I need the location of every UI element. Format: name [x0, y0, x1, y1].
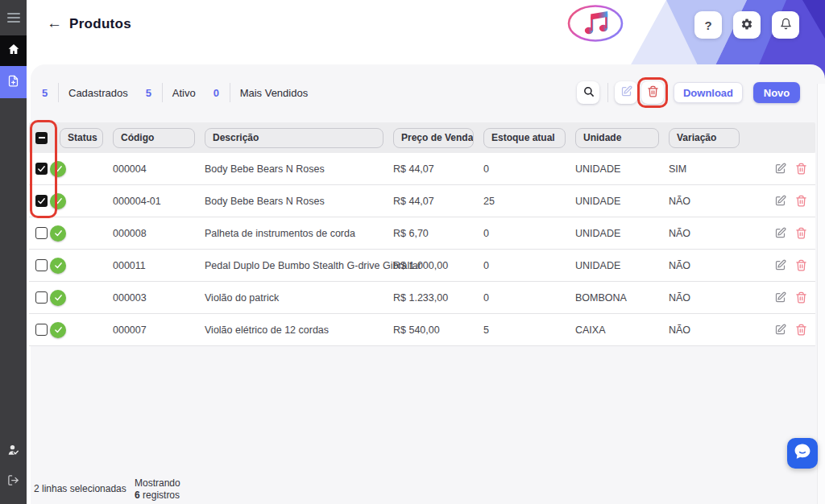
page-title: Produtos [69, 16, 131, 32]
cell-unidade: UNIDADE [575, 163, 669, 175]
cell-descricao: Body Bebe Bears N Roses [205, 196, 393, 207]
row-delete-icon[interactable] [795, 324, 807, 336]
cell-descricao: Body Bebe Bears N Roses [205, 163, 393, 175]
cell-preco: R$ 6,70 [393, 228, 483, 239]
records-count-unit: registros [143, 490, 180, 501]
vertical-scrollbar[interactable] [817, 84, 825, 504]
logout-icon [7, 474, 19, 490]
chat-widget-button[interactable] [787, 438, 818, 469]
tab-cadastrados[interactable]: 5 Cadastrados [42, 83, 128, 102]
settings-button[interactable] [733, 11, 761, 39]
cell-estoque: 0 [483, 260, 575, 271]
cell-unidade: UNIDADE [575, 260, 669, 271]
row-edit-icon[interactable] [774, 291, 786, 304]
cell-variacao: NÃO [669, 228, 749, 239]
tab-mais-vendidos[interactable]: 0 Mais Vendidos [214, 83, 309, 102]
tab-count: 0 [214, 87, 222, 99]
edit-icon [620, 85, 632, 101]
cell-preco: R$ 1.000,00 [393, 260, 483, 271]
table-row[interactable]: 000008 Palheta de instrumentos de corda … [29, 217, 815, 250]
tab-ativo[interactable]: 5 Ativo [146, 83, 196, 102]
column-filter-variacao[interactable]: Variação [669, 128, 740, 148]
sidebar [0, 0, 27, 504]
cell-descricao: Violão do patrick [205, 292, 393, 304]
row-edit-icon[interactable] [774, 227, 786, 239]
music-note-logo [566, 3, 625, 43]
table-row[interactable]: 000003 Violão do patrick R$ 1.233,00 0 B… [29, 282, 815, 314]
column-filter-codigo[interactable]: Código [113, 128, 195, 148]
notifications-button[interactable] [772, 11, 799, 39]
cell-unidade: UNIDADE [575, 196, 669, 207]
table-row[interactable]: 000007 Violão elétrico de 12 cordas R$ 5… [29, 314, 815, 346]
row-checkbox[interactable] [35, 259, 48, 271]
cell-descricao: Violão elétrico de 12 cordas [205, 324, 393, 336]
question-mark-icon: ? [704, 19, 711, 32]
chat-bubble-icon [792, 441, 813, 465]
search-button[interactable] [577, 81, 599, 104]
cell-codigo: 000004 [113, 163, 205, 175]
row-delete-icon[interactable] [795, 227, 807, 239]
edit-selected-button[interactable] [615, 81, 637, 104]
cell-codigo: 000008 [113, 228, 205, 239]
tab-label: Cadastrados [68, 87, 128, 99]
products-table: Status Código Descrição Preço de Venda E… [29, 122, 815, 346]
table-row[interactable]: 000004-01 Body Bebe Bears N Roses R$ 44,… [29, 185, 815, 217]
cell-estoque: 0 [483, 163, 575, 175]
records-count: Mostrando 6 registros [135, 477, 180, 502]
row-checkbox[interactable] [35, 291, 48, 304]
tabs-bar: 5 Cadastrados 5 Ativo 0 Mais Vendidos [42, 81, 325, 104]
cell-unidade: CAIXA [575, 324, 669, 336]
column-filter-status[interactable]: Status [60, 128, 103, 148]
sidebar-item-logout[interactable] [0, 470, 27, 493]
tab-label: Ativo [172, 87, 196, 99]
delete-selected-button[interactable] [641, 81, 664, 104]
cell-descricao: Pedal Duplo De Bumbo Stealth G-drive Gib… [205, 260, 393, 271]
records-count-label: Mostrando [135, 477, 180, 489]
tab-divider [58, 83, 59, 102]
row-edit-icon[interactable] [774, 163, 786, 175]
tab-label: Mais Vendidos [240, 87, 309, 99]
hamburger-menu-icon[interactable] [0, 7, 27, 28]
row-checkbox[interactable] [35, 163, 48, 175]
cell-variacao: NÃO [669, 324, 749, 336]
row-edit-icon[interactable] [774, 259, 786, 271]
tab-count: 5 [42, 87, 50, 99]
column-filter-descricao[interactable]: Descrição [205, 128, 383, 148]
cell-preco: R$ 540,00 [393, 324, 483, 336]
bell-icon [780, 18, 792, 32]
row-checkbox[interactable] [35, 227, 48, 239]
search-icon [582, 85, 595, 101]
gear-icon [740, 18, 753, 33]
cell-codigo: 000004-01 [113, 196, 205, 207]
column-filter-preco[interactable]: Preço de Venda [393, 128, 474, 148]
table-row[interactable]: 000004 Body Bebe Bears N Roses R$ 44,07 … [29, 153, 815, 185]
row-delete-icon[interactable] [795, 163, 807, 175]
cell-estoque: 0 [483, 292, 575, 304]
row-edit-icon[interactable] [774, 195, 786, 207]
sidebar-item-products[interactable] [0, 66, 27, 98]
sidebar-item-home[interactable] [0, 35, 27, 66]
column-filter-unidade[interactable]: Unidade [575, 128, 659, 148]
row-delete-icon[interactable] [795, 195, 807, 207]
cell-preco: R$ 1.233,00 [393, 292, 483, 304]
cell-preco: R$ 44,07 [393, 196, 483, 207]
records-count-value: 6 [135, 490, 140, 501]
select-all-checkbox[interactable] [35, 132, 48, 144]
help-button[interactable]: ? [694, 11, 722, 39]
back-button[interactable]: ← [47, 14, 62, 32]
row-checkbox[interactable] [35, 324, 48, 336]
row-delete-icon[interactable] [795, 259, 807, 271]
novo-button[interactable]: Novo [753, 82, 800, 103]
trash-icon [647, 85, 659, 101]
cell-estoque: 5 [483, 324, 575, 336]
tab-divider [162, 83, 163, 102]
table-row[interactable]: 000011 Pedal Duplo De Bumbo Stealth G-dr… [29, 250, 815, 282]
row-delete-icon[interactable] [795, 291, 807, 304]
row-checkbox[interactable] [35, 195, 48, 207]
download-button[interactable]: Download [674, 82, 743, 103]
column-filter-estoque[interactable]: Estoque atual [483, 128, 566, 148]
sidebar-item-account[interactable] [0, 440, 27, 464]
row-edit-icon[interactable] [774, 324, 786, 336]
cell-unidade: BOMBONA [575, 292, 669, 304]
cell-estoque: 25 [483, 196, 575, 207]
